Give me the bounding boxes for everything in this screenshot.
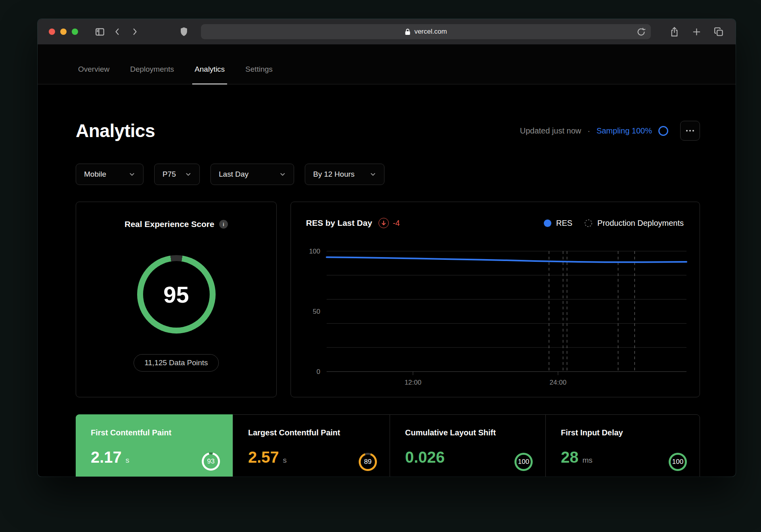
metric-score: 100 xyxy=(669,453,687,471)
score-card-title: Real Experience Score xyxy=(124,219,214,229)
metric-unit: s xyxy=(126,456,130,465)
site-nav: Overview Deployments Analytics Settings xyxy=(38,44,736,84)
web-vitals-row: First Contentful Paint 2.17 s 93 Largest… xyxy=(76,414,700,477)
percentile-select[interactable]: P75 xyxy=(154,164,200,185)
minimize-button[interactable] xyxy=(60,29,67,35)
cards-row: Real Experience Score i 95 11,125 Data P… xyxy=(76,202,700,397)
metric-score: 89 xyxy=(359,453,377,471)
tab-deployments[interactable]: Deployments xyxy=(128,55,176,84)
address-bar[interactable]: vercel.com xyxy=(201,24,651,39)
metric-title: Cumulative Layout Shift xyxy=(405,428,531,437)
tab-overview[interactable]: Overview xyxy=(76,55,112,84)
sampling-ring-icon xyxy=(658,126,668,136)
svg-text:100: 100 xyxy=(309,248,320,255)
metric-score-badge: 93 xyxy=(202,452,220,471)
meta-separator: · xyxy=(587,126,590,135)
metric-score-badge: 100 xyxy=(514,453,533,471)
metric-first-contentful-paint[interactable]: First Contentful Paint 2.17 s 93 xyxy=(76,414,233,477)
metric-largest-contentful-paint[interactable]: Largest Contentful Paint 2.57 s 89 xyxy=(233,415,390,477)
metric-value: 2.17 xyxy=(91,448,122,466)
svg-text:24:00: 24:00 xyxy=(550,379,567,386)
tab-analytics[interactable]: Analytics xyxy=(192,55,227,84)
tab-deployments-label: Deployments xyxy=(130,65,174,74)
metric-score-badge: 100 xyxy=(669,453,687,471)
metric-title: First Input Delay xyxy=(561,428,685,437)
score-card-title-row: Real Experience Score i xyxy=(124,219,228,229)
new-tab-icon[interactable] xyxy=(690,26,702,38)
updated-status: Updated just now xyxy=(520,126,581,135)
res-chart-card: RES by Last Day -4 RES Produ xyxy=(291,202,700,397)
metric-score-badge: 89 xyxy=(359,453,377,471)
metric-value: 2.57 xyxy=(248,448,279,466)
reload-icon[interactable] xyxy=(635,26,647,38)
page-content: Analytics Updated just now · Sampling 10… xyxy=(38,120,736,477)
score-gauge: 95 xyxy=(137,255,216,334)
close-button[interactable] xyxy=(49,29,55,35)
metric-value: 0.026 xyxy=(405,448,445,466)
metric-unit: s xyxy=(283,456,287,465)
metric-title: First Contentful Paint xyxy=(91,428,218,437)
share-icon[interactable] xyxy=(668,26,680,38)
interval-select[interactable]: By 12 Hours xyxy=(305,164,384,185)
tab-overview-label: Overview xyxy=(78,65,109,74)
url-text: vercel.com xyxy=(414,28,447,36)
metric-cumulative-layout-shift[interactable]: Cumulative Layout Shift 0.026 100 xyxy=(390,415,545,477)
page-title: Analytics xyxy=(76,120,155,141)
metric-score: 100 xyxy=(514,453,533,471)
page-header: Analytics Updated just now · Sampling 10… xyxy=(76,120,700,141)
metric-value: 28 xyxy=(561,448,579,466)
chevron-down-icon xyxy=(129,171,135,177)
back-button-icon[interactable] xyxy=(111,26,123,38)
browser-window: vercel.com Overview Deployments Analytic… xyxy=(38,19,736,477)
chevron-down-icon xyxy=(370,171,376,177)
more-options-button[interactable] xyxy=(680,121,700,141)
device-select[interactable]: Mobile xyxy=(76,164,143,185)
percentile-select-value: P75 xyxy=(163,170,176,179)
sidebar-toggle-icon[interactable] xyxy=(94,26,106,38)
zoom-button[interactable] xyxy=(72,29,78,35)
res-line-chart: 10050012:0024:00 xyxy=(291,202,700,397)
chevron-down-icon xyxy=(185,171,191,177)
tab-overview-icon[interactable] xyxy=(713,26,725,38)
sampling-link[interactable]: Sampling 100% xyxy=(597,126,652,135)
lock-icon xyxy=(405,29,411,35)
score-value: 95 xyxy=(137,255,216,334)
forward-button-icon[interactable] xyxy=(129,26,141,38)
metric-title: Largest Contentful Paint xyxy=(248,428,375,437)
timerange-select[interactable]: Last Day xyxy=(210,164,294,185)
chevron-down-icon xyxy=(279,171,286,177)
metric-score: 93 xyxy=(202,452,220,471)
privacy-shield-icon[interactable] xyxy=(178,26,190,38)
metric-unit: ms xyxy=(583,456,593,465)
svg-text:0: 0 xyxy=(317,368,320,376)
device-select-value: Mobile xyxy=(84,170,106,179)
data-points-pill: 11,125 Data Points xyxy=(134,354,218,372)
tab-settings[interactable]: Settings xyxy=(243,55,275,84)
metric-first-input-delay[interactable]: First Input Delay 28 ms 100 xyxy=(545,415,700,477)
timerange-select-value: Last Day xyxy=(219,170,249,179)
toolbar-right-actions xyxy=(668,26,725,38)
traffic-lights xyxy=(49,29,78,35)
svg-text:12:00: 12:00 xyxy=(405,379,422,386)
browser-toolbar: vercel.com xyxy=(38,19,736,44)
tab-settings-label: Settings xyxy=(245,65,273,74)
filter-bar: Mobile P75 Last Day By 12 Hours xyxy=(76,164,700,185)
info-icon[interactable]: i xyxy=(219,220,228,229)
svg-text:50: 50 xyxy=(313,308,320,315)
tab-analytics-label: Analytics xyxy=(195,65,225,74)
interval-select-value: By 12 Hours xyxy=(313,170,355,179)
header-meta: Updated just now · Sampling 100% xyxy=(520,121,700,141)
real-experience-score-card: Real Experience Score i 95 11,125 Data P… xyxy=(76,202,277,397)
